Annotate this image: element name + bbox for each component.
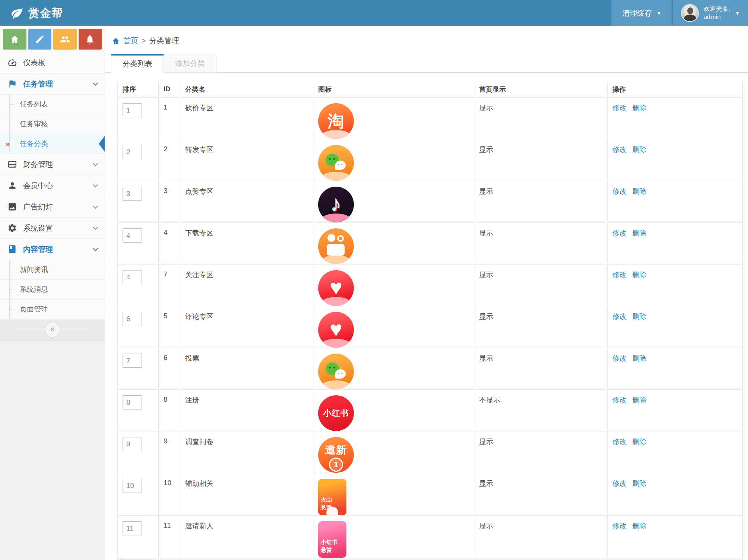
- row-category-name: 注册: [180, 390, 313, 431]
- user-avatar: [681, 4, 699, 22]
- sidebar-item-member-center[interactable]: 会员中心: [0, 175, 105, 196]
- sort-order-input[interactable]: [123, 479, 142, 493]
- user-menu[interactable]: 欢迎光临, admin ▼: [673, 0, 748, 26]
- sidebar-collapse-button[interactable]: «: [45, 322, 60, 338]
- edit-link[interactable]: 修改: [612, 313, 627, 320]
- home-icon: [10, 34, 20, 44]
- row-id: 9: [159, 431, 180, 473]
- row-category-name: 关注专区: [180, 265, 313, 306]
- sort-order-input[interactable]: [123, 437, 142, 451]
- edit-quick-button[interactable]: [28, 29, 52, 50]
- delete-link[interactable]: 删除: [632, 104, 646, 112]
- row-category-name: 调查问卷: [180, 431, 313, 473]
- sidebar-item-label: 系统设置: [23, 223, 53, 233]
- sidebar-item-finance[interactable]: 财务管理: [0, 154, 105, 175]
- breadcrumb-home-link[interactable]: 首页: [123, 36, 138, 46]
- sort-order-input[interactable]: [123, 145, 142, 159]
- row-display-status: 显示: [474, 516, 608, 558]
- sort-order-input[interactable]: [123, 395, 142, 409]
- app-title: 赏金帮: [28, 6, 63, 21]
- tab-add-category[interactable]: 添加分类: [164, 54, 216, 73]
- sidebar-item-ad-slides[interactable]: 广告幻灯: [0, 196, 105, 218]
- sidebar-item-task-review[interactable]: 任务审核: [0, 114, 105, 134]
- delete-link[interactable]: 删除: [632, 522, 646, 530]
- row-display-status: 显示: [474, 306, 608, 348]
- app-logo: 赏金帮: [0, 6, 63, 21]
- tab-category-list[interactable]: 分类列表: [111, 54, 164, 73]
- sort-order-input[interactable]: [123, 228, 142, 243]
- sort-order-input[interactable]: [123, 312, 142, 326]
- sidebar-item-system-messages[interactable]: 系统消息: [0, 280, 105, 300]
- delete-link[interactable]: 删除: [632, 271, 646, 279]
- row-id: 1: [159, 98, 180, 139]
- sidebar-item-system-settings[interactable]: 系统设置: [0, 218, 105, 239]
- sidebar-item-label: 仪表板: [23, 58, 45, 68]
- delete-link[interactable]: 删除: [632, 480, 646, 487]
- sidebar-item-news[interactable]: 新闻资讯: [0, 260, 105, 280]
- sidebar-item-task-management[interactable]: 任务管理: [0, 73, 105, 95]
- kuaishou-icon: [318, 228, 354, 264]
- users-quick-button[interactable]: [53, 29, 77, 50]
- sort-order-input[interactable]: [123, 103, 142, 117]
- chevron-down-icon: [93, 80, 98, 86]
- delete-link[interactable]: 删除: [632, 229, 646, 237]
- sort-order-input[interactable]: [123, 187, 142, 201]
- home-icon: [112, 37, 120, 45]
- xiaohongshu-reward-icon: 小红书悬赏: [318, 521, 346, 558]
- sidebar-item-dashboard[interactable]: 仪表板: [0, 52, 105, 73]
- sidebar-item-task-list[interactable]: 任务列表: [0, 95, 105, 114]
- edit-link[interactable]: 修改: [612, 438, 627, 446]
- sort-order-input[interactable]: [123, 521, 142, 535]
- active-item-arrow: [99, 136, 105, 152]
- delete-link[interactable]: 删除: [632, 354, 646, 362]
- row-id: 3: [159, 181, 180, 223]
- clear-cache-button[interactable]: 清理缓存 ▼: [611, 0, 673, 26]
- row-category-name: 辅助相关: [180, 473, 313, 516]
- xiaohongshu-icon: 小红书: [318, 395, 354, 431]
- pencil-icon: [35, 34, 45, 44]
- edit-link[interactable]: 修改: [612, 229, 627, 237]
- row-id: 10: [159, 473, 180, 516]
- col-actions: 操作: [608, 81, 743, 98]
- edit-link[interactable]: 修改: [612, 522, 627, 530]
- table-row: 11 邀请新人 小红书悬赏 显示 修改 删除: [118, 516, 743, 558]
- row-display-status: 显示: [474, 223, 608, 265]
- edit-link[interactable]: 修改: [612, 480, 627, 487]
- active-pointer-icon: »: [6, 139, 10, 148]
- sidebar-item-label: 任务审核: [20, 119, 48, 129]
- sidebar-item-label: 任务列表: [20, 99, 48, 109]
- sidebar-item-content-management[interactable]: 内容管理: [0, 239, 105, 260]
- sidebar-item-task-category[interactable]: » 任务分类: [0, 134, 105, 154]
- edit-link[interactable]: 修改: [612, 187, 627, 195]
- delete-link[interactable]: 删除: [632, 146, 646, 154]
- row-id: 2: [159, 139, 180, 181]
- col-sort: 排序: [118, 81, 159, 98]
- edit-link[interactable]: 修改: [612, 271, 627, 279]
- table-row: 7 关注专区 ♥ 显示 修改 删除: [118, 265, 743, 306]
- row-display-status: 显示: [474, 473, 608, 516]
- sidebar-item-page-management[interactable]: 页面管理: [0, 300, 105, 319]
- edit-link[interactable]: 修改: [612, 354, 627, 362]
- chevron-down-icon: [93, 225, 98, 230]
- row-display-status: 显示: [474, 98, 608, 139]
- sidebar-item-label: 页面管理: [20, 304, 48, 314]
- sort-order-input[interactable]: [123, 270, 142, 284]
- drive-icon: [7, 159, 17, 169]
- col-name: 分类名: [180, 81, 313, 98]
- heart-icon: ♥: [318, 270, 354, 306]
- col-id: ID: [159, 81, 180, 98]
- chevron-down-icon: [93, 246, 98, 251]
- delete-link[interactable]: 删除: [632, 438, 646, 446]
- edit-link[interactable]: 修改: [612, 396, 627, 404]
- row-display-status: 显示: [474, 265, 608, 306]
- douyin-icon: ♪: [318, 187, 354, 222]
- delete-link[interactable]: 删除: [632, 396, 646, 404]
- edit-link[interactable]: 修改: [612, 104, 627, 112]
- delete-link[interactable]: 删除: [632, 313, 646, 320]
- delete-link[interactable]: 删除: [632, 187, 646, 195]
- home-quick-button[interactable]: [3, 29, 26, 50]
- notifications-quick-button[interactable]: [79, 29, 102, 50]
- edit-link[interactable]: 修改: [612, 146, 627, 154]
- gauge-icon: [7, 58, 17, 67]
- sort-order-input[interactable]: [123, 354, 142, 368]
